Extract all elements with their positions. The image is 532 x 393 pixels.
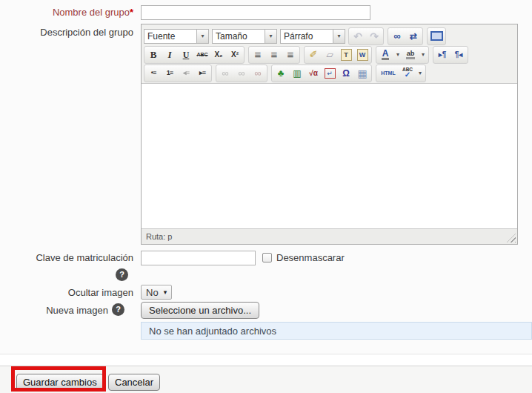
spellcheck-button[interactable]: ABC✓	[399, 66, 416, 81]
media-icon: ▥	[293, 69, 301, 78]
spellcheck-dropdown[interactable]: ▾	[416, 66, 425, 81]
paragraph-format-combo[interactable]: Párrafo▾	[280, 29, 345, 44]
attached-files-note: No se han adjuntado archivos	[141, 322, 532, 340]
unmask-checkbox[interactable]	[262, 253, 272, 262]
font-family-combo[interactable]: Fuente▾	[144, 29, 209, 44]
paragraph-format-value[interactable]: Párrafo	[280, 29, 333, 44]
link-group: ∞ ∞ ∞	[216, 65, 267, 82]
undo-button[interactable]: ↶	[350, 29, 366, 44]
direction-group: ▸¶ ¶◂	[433, 46, 468, 64]
underline-button[interactable]: U	[178, 47, 194, 62]
outdent-button[interactable]: ◂≡	[178, 66, 194, 81]
chevron-down-icon[interactable]: ▾	[197, 29, 209, 44]
format-painter-button[interactable]: ✐	[305, 47, 322, 62]
nonbreaking-icon: ↵	[325, 68, 336, 79]
code-spell-group: HTML ABC✓ ▾	[376, 65, 426, 82]
help-icon[interactable]: ?	[112, 303, 124, 316]
highlight-color-dropdown[interactable]: ▾	[419, 47, 428, 62]
rtl-button[interactable]: ¶◂	[450, 47, 467, 62]
font-size-combo[interactable]: Tamaño▾	[212, 29, 277, 44]
text-color-dropdown[interactable]: ▾	[393, 47, 402, 62]
prevent-autolink-icon: ∞	[254, 68, 261, 78]
unlink-icon: ∞	[238, 68, 245, 78]
paste-word-icon: W	[357, 49, 368, 61]
paste-as-text-button[interactable]: T	[338, 47, 354, 62]
html-source-button[interactable]: HTML	[377, 66, 399, 81]
chevron-down-icon[interactable]: ▾	[265, 29, 277, 44]
paste-from-word-button[interactable]: W	[354, 47, 370, 62]
find-replace-icon: ⇄	[410, 32, 417, 41]
fullscreen-icon	[430, 31, 443, 41]
enrol-key-input[interactable]	[141, 251, 256, 265]
insert-group: ♣ ▥ √α ↵ Ω ▦	[271, 65, 372, 82]
find-button[interactable]: ∞	[389, 29, 405, 44]
bold-button[interactable]: B	[145, 47, 162, 62]
unmask-label: Desenmascarar	[276, 252, 345, 263]
description-editor: Fuente▾ Tamaño▾ Párrafo▾ ↶ ↷ ∞ ⇄	[141, 24, 518, 245]
group-name-input[interactable]	[141, 5, 370, 20]
italic-button[interactable]: I	[162, 47, 178, 62]
find-replace-button[interactable]: ⇄	[405, 29, 422, 44]
group-description-label: Descripción del grupo	[0, 27, 133, 38]
toolbar-row-3: •≡ 1≡ ◂≡ ▸≡ ∞ ∞ ∞ ♣ ▥ √α ↵	[144, 64, 515, 82]
subscript-icon: X₂	[214, 51, 222, 59]
undo-icon: ↶	[353, 31, 362, 42]
superscript-button[interactable]: X²	[227, 47, 243, 62]
align-left-button[interactable]: ≡	[250, 47, 266, 62]
editor-path: Ruta: p	[146, 232, 172, 241]
editor-content[interactable]	[142, 83, 517, 228]
hide-picture-value: No	[146, 287, 159, 298]
format-group: B I U ABC X₂ X²	[144, 46, 245, 64]
choose-file-button[interactable]: Seleccione un archivo...	[141, 302, 259, 319]
omega-icon: Ω	[342, 69, 350, 78]
strikethrough-button[interactable]: ABC	[194, 47, 210, 62]
special-char-button[interactable]: Ω	[338, 66, 354, 81]
prevent-autolink-button[interactable]: ∞	[250, 66, 266, 81]
chevron-down-icon: ▾	[396, 52, 399, 58]
align-center-button[interactable]: ≡	[266, 47, 282, 62]
form-area: Nombre del grupo* Descripción del grupo …	[0, 0, 532, 354]
indent-button[interactable]: ▸≡	[194, 66, 210, 81]
redo-icon: ↷	[370, 31, 379, 42]
form-actions-footer: Guardar cambios Cancelar	[0, 366, 532, 393]
cancel-button[interactable]: Cancelar	[108, 374, 160, 391]
text-color-button[interactable]: A	[377, 47, 393, 62]
insert-image-button[interactable]: ♣	[273, 66, 289, 81]
align-right-icon: ≡	[287, 49, 294, 60]
font-family-value[interactable]: Fuente	[144, 29, 197, 44]
ltr-button[interactable]: ▸¶	[434, 47, 450, 62]
fullscreen-button[interactable]	[428, 29, 445, 44]
chevron-down-icon: ▾	[422, 52, 425, 58]
insert-table-button[interactable]: ▦	[354, 66, 370, 81]
insert-media-button[interactable]: ▥	[289, 66, 305, 81]
equation-editor-button[interactable]: √α	[305, 66, 322, 81]
indent-icon: ▸≡	[199, 70, 205, 76]
highlight-color-button[interactable]: ab	[402, 47, 419, 62]
required-asterisk: *	[130, 7, 133, 18]
bullet-list-button[interactable]: •≡	[145, 66, 162, 81]
spellcheck-check: ✓	[405, 71, 410, 79]
unlink-button[interactable]: ∞	[233, 66, 250, 81]
undo-redo-group: ↶ ↷	[348, 27, 384, 45]
enrol-key-label: Clave de matriculación	[0, 252, 133, 263]
subscript-button[interactable]: X₂	[210, 47, 227, 62]
link-button[interactable]: ∞	[217, 66, 233, 81]
hide-picture-select[interactable]: No▾	[141, 285, 172, 300]
chevron-down-icon[interactable]: ▾	[333, 29, 345, 44]
editor-statusbar: Ruta: p	[142, 228, 517, 244]
nonbreaking-space-button[interactable]: ↵	[322, 66, 338, 81]
redo-button[interactable]: ↷	[366, 29, 382, 44]
format-painter-icon: ✐	[310, 50, 318, 59]
help-icon[interactable]: ?	[116, 268, 128, 281]
list-group: •≡ 1≡ ◂≡ ▸≡	[144, 65, 212, 82]
fullscreen-group	[427, 27, 446, 45]
numbered-list-button[interactable]: 1≡	[162, 66, 178, 81]
cleanup-button[interactable]: ▱	[322, 47, 338, 62]
toolbar-row-2: B I U ABC X₂ X² ≡ ≡ ≡ ✐ ▱	[144, 45, 515, 64]
save-button[interactable]: Guardar cambios	[16, 374, 104, 391]
font-size-value[interactable]: Tamaño	[212, 29, 265, 44]
html-code-icon: HTML	[381, 70, 395, 76]
resize-handle[interactable]	[507, 234, 516, 242]
align-right-button[interactable]: ≡	[282, 47, 299, 62]
clipboard-group: ✐ ▱ T W	[304, 46, 372, 64]
